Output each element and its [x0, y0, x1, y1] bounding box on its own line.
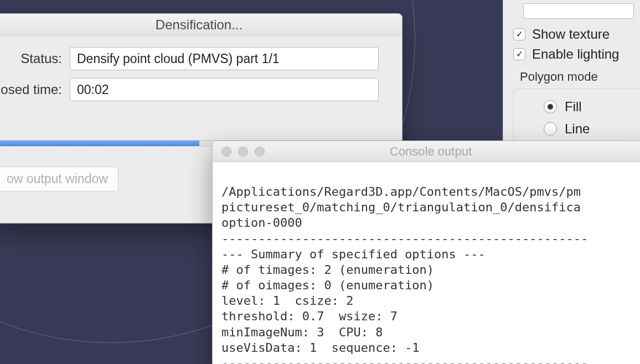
polygon-line-label: Line — [565, 121, 590, 137]
radio-unselected-icon[interactable] — [544, 122, 557, 136]
console-output-window: Console output /Applications/Regard3D.ap… — [212, 141, 640, 364]
radio-selected-icon[interactable] — [544, 100, 557, 113]
show-output-window-button[interactable]: ow output window — [0, 167, 118, 191]
window-controls — [213, 147, 265, 157]
dialog-title: Densification... — [0, 14, 402, 36]
progress-bar-fill — [0, 141, 199, 146]
elapsed-time-field[interactable] — [70, 78, 379, 101]
polygon-fill-row[interactable]: Fill — [544, 96, 640, 118]
show-texture-label: Show texture — [532, 27, 610, 42]
checkbox-checked-icon[interactable]: ✓ — [513, 48, 525, 60]
show-texture-row[interactable]: ✓ Show texture — [503, 24, 640, 44]
polygon-fill-label: Fill — [565, 99, 582, 115]
elapsed-time-label: osed time: — [0, 82, 70, 97]
minimize-icon[interactable] — [238, 147, 248, 157]
enable-lighting-row[interactable]: ✓ Enable lighting — [503, 44, 640, 64]
status-field[interactable] — [70, 47, 379, 70]
close-icon[interactable] — [221, 147, 231, 157]
console-text[interactable]: /Applications/Regard3D.app/Contents/MacO… — [213, 162, 640, 364]
polygon-mode-label: Polygon mode — [503, 64, 640, 86]
console-title: Console output — [213, 144, 640, 159]
zoom-icon[interactable] — [255, 147, 265, 157]
polygon-line-row[interactable]: Line — [544, 118, 640, 140]
status-label: Status: — [0, 51, 70, 66]
polygon-mode-group: Fill Line — [513, 89, 640, 140]
options-field-partial[interactable] — [523, 3, 634, 19]
console-titlebar[interactable]: Console output — [213, 141, 640, 162]
enable-lighting-label: Enable lighting — [532, 46, 619, 62]
checkbox-checked-icon[interactable]: ✓ — [513, 28, 525, 40]
